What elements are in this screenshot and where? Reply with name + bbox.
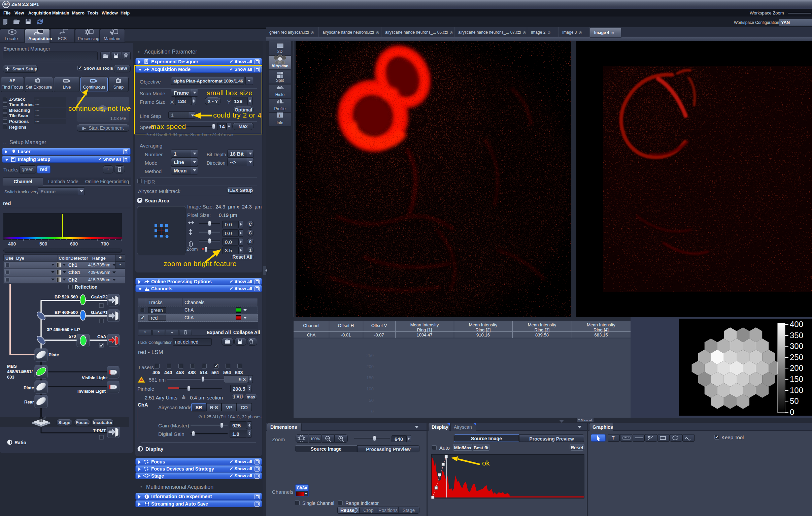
svg-text:T-PMT: T-PMT bbox=[93, 428, 106, 433]
svg-text:400: 400 bbox=[790, 320, 803, 329]
svg-text:ChA: ChA bbox=[97, 334, 106, 339]
svg-text:Plate: Plate bbox=[24, 385, 34, 390]
svg-text:BP 460-500: BP 460-500 bbox=[55, 310, 78, 315]
svg-text:BP 520-560: BP 520-560 bbox=[55, 294, 78, 299]
svg-text:MBS: MBS bbox=[7, 364, 17, 369]
svg-text:200: 200 bbox=[790, 363, 803, 373]
svg-text:3P 495-550 + LP: 3P 495-550 + LP bbox=[47, 327, 80, 332]
svg-text:50: 50 bbox=[790, 397, 799, 406]
svg-text:+: + bbox=[147, 468, 148, 471]
svg-text:Visible Light: Visible Light bbox=[82, 376, 107, 380]
svg-text:300: 300 bbox=[790, 342, 803, 351]
svg-text:T: T bbox=[612, 435, 615, 440]
svg-text:633: 633 bbox=[7, 375, 14, 380]
svg-text:458/514/561/: 458/514/561/ bbox=[7, 369, 33, 374]
svg-text:i: i bbox=[279, 113, 281, 118]
svg-text:350: 350 bbox=[790, 331, 803, 340]
svg-text:150: 150 bbox=[790, 375, 803, 384]
svg-text:Rear: Rear bbox=[24, 400, 34, 405]
svg-text:250: 250 bbox=[790, 353, 803, 362]
svg-text:Plate: Plate bbox=[49, 352, 59, 357]
svg-text:0: 0 bbox=[790, 408, 794, 417]
svg-text:100: 100 bbox=[790, 386, 803, 395]
svg-text:+: + bbox=[144, 459, 145, 462]
svg-text:+: + bbox=[144, 466, 145, 469]
svg-text:i: i bbox=[146, 495, 147, 499]
svg-text:570: 570 bbox=[69, 334, 76, 339]
svg-text:GaAsP2: GaAsP2 bbox=[91, 294, 108, 299]
svg-text:Invisible Light: Invisible Light bbox=[78, 389, 106, 394]
svg-text:GaAsP1: GaAsP1 bbox=[91, 310, 108, 315]
svg-text:+: + bbox=[147, 461, 148, 464]
